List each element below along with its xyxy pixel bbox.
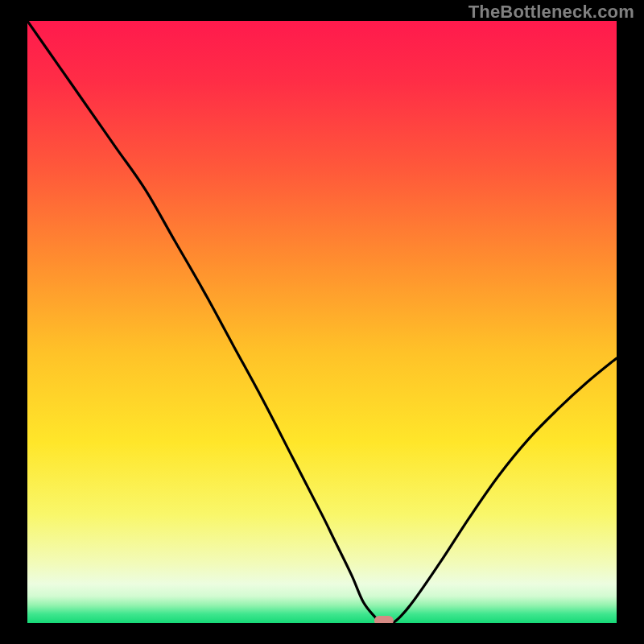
plot-area xyxy=(27,21,617,623)
watermark-label: TheBottleneck.com xyxy=(469,2,634,23)
minimum-marker xyxy=(374,616,394,623)
chart-frame: TheBottleneck.com xyxy=(0,0,644,644)
gradient-background xyxy=(27,21,617,623)
bottleneck-chart xyxy=(27,21,617,623)
